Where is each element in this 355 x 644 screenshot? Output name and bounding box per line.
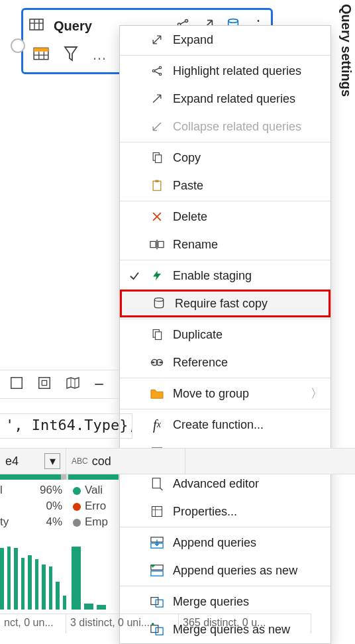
folder-icon [149,388,165,400]
svg-rect-48 [39,377,50,388]
svg-rect-36 [152,507,162,517]
properties-icon [149,505,165,518]
check-icon [128,270,141,282]
view-toolbar: − [0,370,119,399]
filter-icon[interactable] [63,44,79,66]
column-type-1: ABC [72,456,88,466]
rename-icon [149,238,165,251]
menu-properties[interactable]: Properties... [120,498,330,525]
lightning-icon [149,269,165,282]
minus-icon[interactable]: − [94,374,104,395]
svg-point-16 [159,66,161,68]
svg-line-19 [155,72,160,74]
copy-icon [149,151,165,164]
svg-point-5 [185,19,187,22]
svg-rect-43 [151,598,158,605]
database-icon [151,297,167,310]
distinct-1: 3 distinct, 0 uni... [66,614,179,633]
append-icon [149,536,165,549]
node-port[interactable] [11,38,25,53]
svg-rect-44 [156,600,163,607]
fx-icon: fx [149,417,165,433]
column-headers: e4 ▾ ABC cod [0,448,355,474]
append-new-icon [149,564,165,577]
menu-create-function[interactable]: fx Create function... [120,411,330,439]
menu-rename[interactable]: Rename [120,231,330,258]
menu-delete[interactable]: Delete [120,203,330,231]
stats-col-1: Vali Erro Emp [73,484,126,529]
menu-append-queries-new[interactable]: Append queries as new [120,557,330,584]
grid-icon[interactable] [9,376,24,394]
formula-fragment: ', Int64.Type}, [0,413,132,439]
collapse-in-icon [149,120,165,133]
column-header-1[interactable]: ABC cod [66,449,185,474]
svg-rect-49 [42,380,46,385]
distinct-0: nct, 0 un... [0,614,66,633]
delete-icon [149,210,165,223]
column-name-0: e4 [5,455,19,468]
menu-enable-staging[interactable]: Enable staging [120,262,330,290]
side-panel-label[interactable]: Query settings [334,4,354,150]
link-icon [149,356,165,368]
menu-expand[interactable]: Expand [120,26,330,54]
duplicate-icon [149,328,165,341]
map-icon[interactable] [65,376,81,394]
merge-icon [149,595,165,608]
column-dropdown-0[interactable]: ▾ [44,453,60,469]
svg-rect-42 [151,571,163,576]
expand-out-icon [149,92,165,105]
fit-icon[interactable] [37,376,52,394]
menu-reference[interactable]: Reference [120,349,330,376]
histogram-col-1 [72,543,119,610]
menu-paste[interactable]: Paste [120,172,330,199]
table-data-icon[interactable] [32,45,50,66]
expand-arrows-icon [149,33,165,46]
query-title: Query [54,19,92,34]
svg-rect-11 [34,48,48,51]
distinct-2: 365 distinct, 0 u... [179,614,311,633]
svg-line-18 [155,68,160,70]
svg-rect-22 [153,181,161,190]
svg-rect-21 [156,155,162,163]
svg-point-15 [152,70,154,72]
distinct-footer: nct, 0 un... 3 distinct, 0 uni... 365 di… [0,614,355,633]
menu-merge-queries[interactable]: Merge queries [120,588,330,616]
svg-rect-29 [156,332,162,340]
column-name-1: cod [92,455,111,468]
svg-rect-23 [156,180,159,182]
svg-point-27 [154,298,163,301]
context-menu: Expand Highlight related queries Expand … [119,25,331,644]
menu-highlight-related[interactable]: Highlight related queries [120,57,330,85]
menu-copy[interactable]: Copy [120,144,330,172]
menu-require-fast-copy[interactable]: Require fast copy [120,290,330,317]
svg-rect-25 [158,241,164,247]
svg-point-9 [228,19,238,23]
menu-duplicate[interactable]: Duplicate [120,321,330,349]
svg-point-17 [159,73,161,75]
menu-append-queries[interactable]: Append queries [120,529,330,557]
chevron-right-icon: 〉 [311,386,323,402]
paste-icon [149,179,165,192]
svg-rect-24 [150,241,156,247]
table-icon [28,17,44,36]
menu-collapse-related: Collapse related queries [120,113,330,140]
menu-expand-related[interactable]: Expand related queries [120,85,330,113]
svg-rect-0 [30,19,43,30]
ellipsis-icon[interactable]: … [92,46,107,64]
share-icon [149,64,165,78]
stats-col-0: l96% 0% ty4% [0,484,62,529]
profile-bar [0,474,355,480]
svg-rect-47 [11,377,23,388]
column-header-0[interactable]: e4 ▾ [0,449,66,474]
svg-line-7 [180,21,185,24]
menu-move-to-group[interactable]: Move to group 〉 [120,380,330,407]
histogram-col-0 [0,543,66,610]
